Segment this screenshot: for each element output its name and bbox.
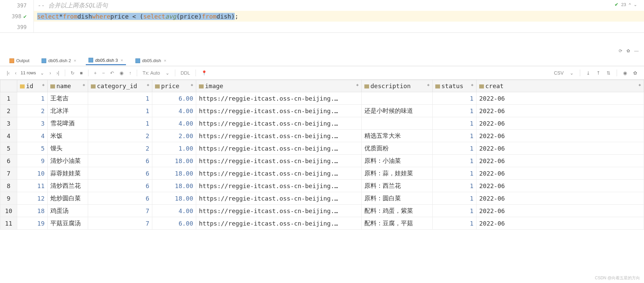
result-tab[interactable]: db05.dish 3× (86, 56, 126, 65)
close-icon[interactable]: × (164, 58, 166, 63)
table-row[interactable]: 69清炒小油菜618.00https://reggie-itcast.oss-c… (0, 155, 644, 167)
column-header[interactable]: price◆ (152, 80, 196, 92)
table-cell[interactable]: 1 (88, 117, 152, 130)
table-cell[interactable]: 18.00 (152, 180, 196, 192)
table-cell[interactable]: 2.00 (152, 130, 196, 142)
code-line[interactable] (34, 22, 644, 32)
tx-mode-label[interactable]: Tx: Auto (141, 70, 161, 76)
table-cell[interactable]: 11 (0, 217, 17, 230)
table-cell[interactable]: 2022-06 (476, 92, 644, 105)
sort-icon[interactable]: ◆ (191, 82, 193, 87)
stop-button[interactable]: ■ (79, 70, 84, 76)
code-editor[interactable]: 397398✔399 -- 合并以上两条SQL语句select * from d… (0, 0, 644, 33)
table-cell[interactable]: 6.00 (152, 92, 196, 105)
table-row[interactable]: 55馒头21.00https://reggie-itcast.oss-cn-be… (0, 142, 644, 155)
table-cell[interactable]: 1 (433, 205, 476, 217)
table-cell[interactable]: 蒜蓉娃娃菜 (48, 167, 88, 180)
table-cell[interactable]: 7 (0, 167, 17, 180)
table-cell[interactable]: 6 (88, 180, 152, 192)
sort-icon[interactable]: ◆ (147, 82, 149, 87)
table-cell[interactable]: https://reggie-itcast.oss-cn-beijing.… (196, 130, 362, 142)
table-cell[interactable]: 北冰洋 (48, 105, 88, 117)
result-tab[interactable]: db05.dish 2× (39, 57, 79, 65)
sort-icon[interactable]: ◆ (356, 82, 359, 87)
sort-icon[interactable]: ◆ (639, 82, 641, 87)
pin-icon[interactable]: 📍 (200, 70, 208, 76)
tx-dropdown-icon[interactable]: ⌄ (164, 70, 171, 76)
export-icon[interactable]: ⤓ (585, 70, 592, 76)
table-cell[interactable]: 8 (0, 180, 17, 192)
table-cell[interactable]: https://reggie-itcast.oss-cn-beijing.… (196, 217, 362, 230)
table-row[interactable]: 1119平菇豆腐汤76.00https://reggie-itcast.oss-… (0, 217, 644, 230)
table-cell[interactable]: 1 (433, 142, 476, 155)
table-cell[interactable]: 4.00 (152, 117, 196, 130)
table-cell[interactable]: 18.00 (152, 192, 196, 205)
table-cell[interactable]: 11 (17, 180, 48, 192)
table-cell[interactable]: 还是小时候的味道 (362, 105, 433, 117)
results-table[interactable]: id◆name◆category_id◆price◆image◆descript… (0, 80, 644, 230)
compare-icon[interactable]: ⇅ (605, 70, 612, 76)
table-cell[interactable]: 3 (17, 117, 48, 130)
table-cell[interactable]: 2022-06 (476, 105, 644, 117)
table-cell[interactable]: 1 (433, 105, 476, 117)
table-cell[interactable]: 1 (433, 117, 476, 130)
table-cell[interactable]: 米饭 (48, 130, 88, 142)
table-row[interactable]: 44米饭22.00https://reggie-itcast.oss-cn-be… (0, 130, 644, 142)
table-cell[interactable]: 6 (88, 167, 152, 180)
remove-row-button[interactable]: − (101, 70, 106, 76)
table-row[interactable]: 912炝炒圆白菜618.00https://reggie-itcast.oss-… (0, 192, 644, 205)
close-icon[interactable]: × (121, 58, 123, 63)
table-cell[interactable]: 2022-06 (476, 142, 644, 155)
table-cell[interactable]: 清炒西兰花 (48, 180, 88, 192)
row-count-label[interactable]: 11 rows (21, 70, 36, 75)
refresh-button[interactable]: ↻ (69, 70, 76, 76)
table-cell[interactable]: https://reggie-itcast.oss-cn-beijing.… (196, 117, 362, 130)
table-cell[interactable]: https://reggie-itcast.oss-cn-beijing.… (196, 180, 362, 192)
column-header[interactable]: image◆ (196, 80, 362, 92)
table-cell[interactable]: 1 (433, 167, 476, 180)
table-cell[interactable]: https://reggie-itcast.oss-cn-beijing.… (196, 155, 362, 167)
first-page-button[interactable]: |‹ (5, 70, 11, 76)
prev-page-button[interactable]: ‹ (14, 70, 18, 76)
column-header[interactable]: name◆ (48, 80, 88, 92)
code-line[interactable]: -- 合并以上两条SQL语句 (34, 0, 644, 11)
table-cell[interactable]: 2022-06 (476, 155, 644, 167)
table-cell[interactable]: 2022-06 (476, 217, 644, 230)
table-cell[interactable]: 1 (88, 105, 152, 117)
nav-down-icon[interactable]: ⌄ (634, 2, 637, 7)
minimize-icon[interactable]: — (634, 48, 639, 53)
table-cell[interactable]: 原料：小油菜 (362, 155, 433, 167)
table-cell[interactable]: 1 (0, 92, 17, 105)
table-cell[interactable]: 配料：鸡蛋，紫菜 (362, 205, 433, 217)
table-cell[interactable]: https://reggie-itcast.oss-cn-beijing.… (196, 105, 362, 117)
settings-icon[interactable]: ✿ (632, 70, 639, 76)
table-row[interactable]: 33雪花啤酒14.00https://reggie-itcast.oss-cn-… (0, 117, 644, 130)
table-cell[interactable]: 6 (88, 155, 152, 167)
table-row[interactable]: 811清炒西兰花618.00https://reggie-itcast.oss-… (0, 180, 644, 192)
table-cell[interactable]: 4.00 (152, 105, 196, 117)
table-cell[interactable]: 6.00 (152, 217, 196, 230)
table-cell[interactable]: 6 (88, 192, 152, 205)
table-cell[interactable]: 2022-06 (476, 167, 644, 180)
close-icon[interactable]: × (74, 58, 76, 63)
table-cell[interactable]: 7 (88, 205, 152, 217)
table-cell[interactable]: 4 (17, 130, 48, 142)
column-header[interactable]: category_id◆ (88, 80, 152, 92)
table-cell[interactable]: 1 (433, 180, 476, 192)
table-cell[interactable]: 1 (433, 130, 476, 142)
table-row[interactable]: 1018鸡蛋汤74.00https://reggie-itcast.oss-cn… (0, 205, 644, 217)
table-cell[interactable]: 12 (17, 192, 48, 205)
last-page-button[interactable]: ›| (55, 70, 60, 76)
table-row[interactable]: 22北冰洋14.00https://reggie-itcast.oss-cn-b… (0, 105, 644, 117)
table-cell[interactable]: 19 (17, 217, 48, 230)
table-cell[interactable]: https://reggie-itcast.oss-cn-beijing.… (196, 192, 362, 205)
code-line[interactable]: select * from dish where price < (select… (34, 11, 644, 22)
table-row[interactable]: 11王老吉16.00https://reggie-itcast.oss-cn-b… (0, 92, 644, 105)
table-cell[interactable]: 2022-06 (476, 180, 644, 192)
reload-icon[interactable]: ⟳ (619, 48, 622, 53)
table-cell[interactable]: 2 (88, 130, 152, 142)
table-cell[interactable]: 1 (433, 155, 476, 167)
table-cell[interactable]: 1 (17, 92, 48, 105)
table-cell[interactable]: 精选五常大米 (362, 130, 433, 142)
nav-up-icon[interactable]: ^ (629, 2, 631, 7)
